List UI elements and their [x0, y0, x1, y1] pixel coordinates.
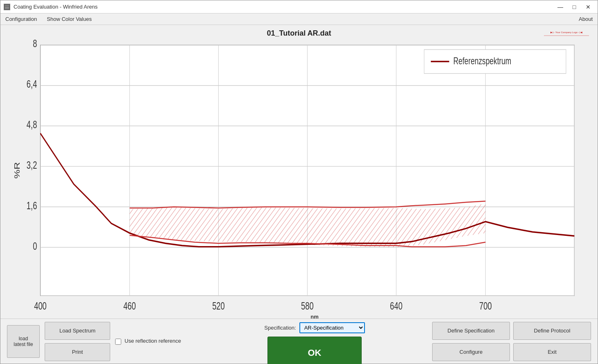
load-latest-line1: load: [19, 336, 28, 341]
logo-area: ▶▷ Your Company Logo ◁◀: [542, 28, 591, 42]
svg-text:Referenzspektrum: Referenzspektrum: [453, 56, 511, 66]
svg-text:520: 520: [212, 300, 225, 312]
svg-rect-0: [5, 5, 9, 9]
load-spectrum-button[interactable]: Load Spectrum: [45, 322, 110, 340]
load-latest-line2: latest file: [14, 341, 33, 347]
svg-text:1,6: 1,6: [27, 200, 37, 212]
chart-container: 8 6,4 4,8 3,2 1,6 0 %R 400 460 520 580 6…: [7, 39, 591, 319]
svg-text:3,2: 3,2: [27, 159, 37, 171]
bottom-controls: load latest file Load Spectrum Print Use…: [0, 319, 598, 364]
menu-bar: Configuration Show Color Values About: [0, 14, 598, 25]
menu-show-color-values[interactable]: Show Color Values: [42, 14, 97, 24]
right-buttons-bottom-row: Configure Exit: [432, 343, 591, 361]
checkbox-area: Use reflection reference: [115, 338, 197, 345]
ok-button[interactable]: OK: [267, 337, 362, 364]
svg-text:%R: %R: [13, 162, 21, 179]
title-bar-controls: — □ ✕: [554, 2, 594, 12]
chart-svg: 8 6,4 4,8 3,2 1,6 0 %R 400 460 520 580 6…: [7, 39, 591, 319]
app-icon: [4, 4, 10, 10]
configure-button[interactable]: Configure: [432, 343, 510, 361]
chart-title: 01_Tutorial AR.dat: [0, 29, 598, 38]
right-buttons-top-row: Define Specification Define Protocol: [432, 322, 591, 340]
left-buttons-group: Load Spectrum Print: [45, 322, 110, 361]
menu-bar-left: Configuration Show Color Values: [0, 14, 97, 24]
svg-text:700: 700: [479, 300, 492, 312]
maximize-button[interactable]: □: [568, 2, 580, 12]
define-specification-button[interactable]: Define Specification: [432, 322, 510, 340]
svg-text:6,4: 6,4: [27, 78, 37, 90]
specification-dropdown[interactable]: AR-Specification None: [299, 322, 365, 333]
title-bar-left: Coating Evaluation - Winfried Arens: [4, 4, 97, 10]
company-logo: ▶▷ Your Company Logo ◁◀: [542, 28, 591, 41]
svg-text:640: 640: [390, 300, 403, 312]
svg-text:400: 400: [34, 300, 47, 312]
main-window: Coating Evaluation - Winfried Arens — □ …: [0, 0, 598, 364]
title-bar: Coating Evaluation - Winfried Arens — □ …: [0, 0, 598, 14]
close-button[interactable]: ✕: [582, 2, 594, 12]
svg-text:4,8: 4,8: [27, 119, 37, 131]
svg-text:▶▷ Your Company Logo ◁◀: ▶▷ Your Company Logo ◁◀: [550, 31, 582, 34]
svg-text:0: 0: [33, 240, 37, 252]
svg-text:8: 8: [33, 39, 37, 50]
use-reflection-reference-label: Use reflection reference: [125, 338, 181, 344]
right-buttons-group: Define Specification Define Protocol Con…: [432, 322, 591, 361]
menu-configuration[interactable]: Configuration: [0, 14, 42, 24]
svg-text:580: 580: [301, 300, 314, 312]
exit-button[interactable]: Exit: [513, 343, 591, 361]
minimize-button[interactable]: —: [554, 2, 566, 12]
print-button[interactable]: Print: [45, 343, 110, 361]
specification-label: Specification:: [264, 325, 296, 331]
content-area: ▶▷ Your Company Logo ◁◀ 01_Tutorial AR.d…: [0, 25, 598, 364]
svg-text:460: 460: [123, 300, 136, 312]
define-protocol-button[interactable]: Define Protocol: [513, 322, 591, 340]
menu-about[interactable]: About: [574, 14, 598, 24]
load-latest-file-button[interactable]: load latest file: [7, 325, 40, 358]
window-title: Coating Evaluation - Winfried Arens: [14, 4, 97, 10]
use-reflection-reference-checkbox[interactable]: [115, 339, 121, 345]
